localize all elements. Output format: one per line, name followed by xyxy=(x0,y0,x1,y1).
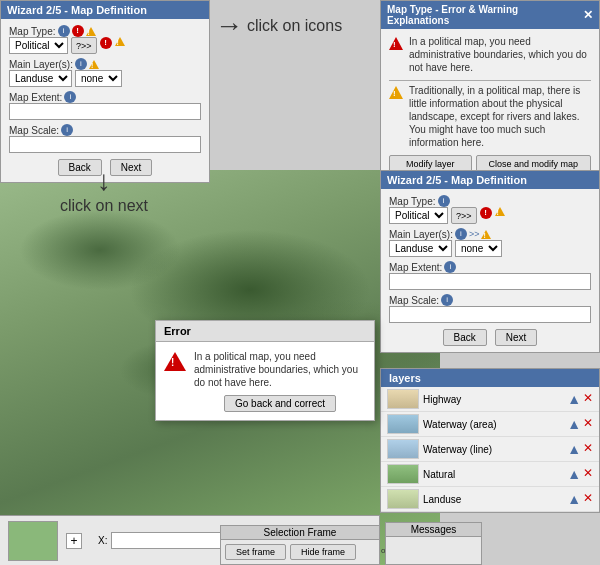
natural-up-icon[interactable]: ▲ xyxy=(567,466,581,482)
error-triangle-icon xyxy=(389,37,403,50)
waterway-line-delete-icon[interactable]: ✕ xyxy=(583,441,593,457)
map-extent-input[interactable]: 502'352, 483'990, 591'647, 438'010 xyxy=(9,103,201,120)
layer-select-3[interactable]: Landuse xyxy=(389,240,452,257)
layers-title: layers xyxy=(381,369,599,387)
click-icons-annotation: → click on icons xyxy=(215,10,342,42)
main-layers-label: Main Layer(s): xyxy=(9,59,73,70)
error-dialog-icon xyxy=(164,352,186,371)
map-extent-row: Map Extent: i 502'352, 483'990, 591'647,… xyxy=(9,91,201,120)
waterway-line-up-icon[interactable]: ▲ xyxy=(567,441,581,457)
back-button-bottom[interactable]: Back xyxy=(443,329,487,346)
warning-text-1: Traditionally, in a political map, there… xyxy=(409,84,591,149)
map-type-row: Map Type: i ! Political ?>> ! xyxy=(9,25,201,54)
error-text-1: In a political map, you need administrat… xyxy=(409,35,591,74)
map-type-error-icon[interactable]: ! xyxy=(72,25,84,37)
wizard-panel-bottom: Wizard 2/5 - Map Definition Map Type: i … xyxy=(380,170,600,353)
highway-thumbnail xyxy=(387,389,419,409)
map-scale-info-icon-2[interactable]: i xyxy=(441,294,453,306)
map-extent-label: Map Extent: xyxy=(9,92,62,103)
layer-item-landuse: Landuse ▲ ✕ xyxy=(381,487,599,512)
landuse-delete-icon[interactable]: ✕ xyxy=(583,491,593,507)
plus-button[interactable]: + xyxy=(66,533,82,549)
go-back-button[interactable]: Go back and correct xyxy=(224,395,336,412)
map-scale-info-icon[interactable]: i xyxy=(61,124,73,136)
waterway-line-layer-name: Waterway (line) xyxy=(423,444,563,455)
highway-delete-icon[interactable]: ✕ xyxy=(583,391,593,407)
map-type-warn-icon2[interactable] xyxy=(115,37,125,46)
waterway-area-layer-name: Waterway (area) xyxy=(423,419,563,430)
waterway-line-thumbnail xyxy=(387,439,419,459)
warning-triangle-icon xyxy=(389,86,403,99)
layer-item-waterway-area: Waterway (area) ▲ ✕ xyxy=(381,412,599,437)
map-type-warn-icon-3[interactable] xyxy=(495,207,505,216)
layer-item-waterway-line: Waterway (line) ▲ ✕ xyxy=(381,437,599,462)
divider xyxy=(389,80,591,81)
layer-item-natural: Natural ▲ ✕ xyxy=(381,462,599,487)
wizard-title-label: Wizard 2/5 - Map Definition xyxy=(7,4,147,16)
main-layers-row-2: Main Layer(s): i >> Landuse none xyxy=(389,228,591,257)
landuse-layer-name: Landuse xyxy=(423,494,563,505)
natural-delete-icon[interactable]: ✕ xyxy=(583,466,593,482)
map-type-select[interactable]: Political xyxy=(9,37,68,54)
main-layers-info-icon[interactable]: i xyxy=(75,58,87,70)
error-panel-title-text: Map Type - Error & Warning Explanations xyxy=(387,4,583,26)
close-icon[interactable]: ✕ xyxy=(583,8,593,22)
layers-panel: layers Highway ▲ ✕ Waterway (area) ▲ ✕ W… xyxy=(380,368,600,513)
wizard-title-bottom: Wizard 2/5 - Map Definition xyxy=(381,171,599,189)
main-layers-info-icon-2[interactable]: i xyxy=(455,228,467,240)
map-type-label: Map Type: xyxy=(9,26,56,37)
map-type-select-2[interactable]: Political xyxy=(389,207,448,224)
layer-select-4[interactable]: none xyxy=(455,240,502,257)
messages-title: Messages xyxy=(385,522,482,537)
question-btn[interactable]: ?>> xyxy=(71,37,97,54)
error-dialog-title: Error xyxy=(156,321,374,342)
error-item-1: In a political map, you need administrat… xyxy=(389,35,591,74)
error-dialog-text: In a political map, you need administrat… xyxy=(194,351,358,388)
map-scale-input[interactable]: ~ 1 : 378700 xyxy=(9,136,201,153)
main-layers-warn-icon[interactable] xyxy=(89,60,99,69)
map-type-warn-icon[interactable] xyxy=(86,27,96,36)
natural-thumbnail xyxy=(387,464,419,484)
selection-frame-section: Selection Frame Set frame Hide frame xyxy=(220,525,380,565)
hide-frame-button[interactable]: Hide frame xyxy=(290,544,356,560)
map-scale-row-2: Map Scale: i ~ 1 : 1699100 xyxy=(389,294,591,323)
next-button-bottom[interactable]: Next xyxy=(495,329,538,346)
question-btn-2[interactable]: ?>> xyxy=(451,207,477,224)
map-extent-info-icon[interactable]: i xyxy=(64,91,76,103)
map-extent-input-2[interactable]: 413'752, 564'138, 680'247, 357'861 xyxy=(389,273,591,290)
down-arrow-icon: ↓ xyxy=(97,165,111,197)
layer-select-2[interactable]: none xyxy=(75,70,122,87)
highway-layer-name: Highway xyxy=(423,394,563,405)
main-layers-label-2: Main Layer(s): xyxy=(389,229,453,240)
click-next-annotation: ↓ click on next xyxy=(60,165,148,215)
main-layers-link[interactable]: >> xyxy=(469,229,480,239)
map-extent-row-2: Map Extent: i 413'752, 564'138, 680'247,… xyxy=(389,261,591,290)
map-type-info-icon[interactable]: i xyxy=(58,25,70,37)
mini-map xyxy=(8,521,58,561)
layer-select-1[interactable]: Landuse xyxy=(9,70,72,87)
waterway-area-up-icon[interactable]: ▲ xyxy=(567,416,581,432)
map-extent-info-icon-2[interactable]: i xyxy=(444,261,456,273)
map-type-info-icon-2[interactable]: i xyxy=(438,195,450,207)
messages-section: Messages xyxy=(385,522,482,565)
map-type-row-2: Map Type: i Political ?>> ! xyxy=(389,195,591,224)
error-panel-title: Map Type - Error & Warning Explanations … xyxy=(381,1,599,29)
landuse-up-icon[interactable]: ▲ xyxy=(567,491,581,507)
right-arrow-icon: → xyxy=(215,10,243,42)
error-warning-panel: Map Type - Error & Warning Explanations … xyxy=(380,0,600,190)
map-scale-label-2: Map Scale: xyxy=(389,295,439,306)
wizard-panel-top: Wizard 2/5 - Map Definition Map Type: i … xyxy=(0,0,210,183)
coord-x-label: X: xyxy=(98,535,107,546)
waterway-area-delete-icon[interactable]: ✕ xyxy=(583,416,593,432)
selection-frame-title: Selection Frame xyxy=(220,525,380,540)
set-frame-button[interactable]: Set frame xyxy=(225,544,286,560)
landuse-thumbnail xyxy=(387,489,419,509)
highway-up-icon[interactable]: ▲ xyxy=(567,391,581,407)
layer-item-highway: Highway ▲ ✕ xyxy=(381,387,599,412)
map-type-label-2: Map Type: xyxy=(389,196,436,207)
map-type-error-icon2[interactable]: ! xyxy=(100,37,112,49)
main-layers-warn-icon-2[interactable] xyxy=(481,230,491,239)
map-scale-label: Map Scale: xyxy=(9,125,59,136)
map-type-error-icon-3[interactable]: ! xyxy=(480,207,492,219)
map-scale-input-2[interactable]: ~ 1 : 1699100 xyxy=(389,306,591,323)
